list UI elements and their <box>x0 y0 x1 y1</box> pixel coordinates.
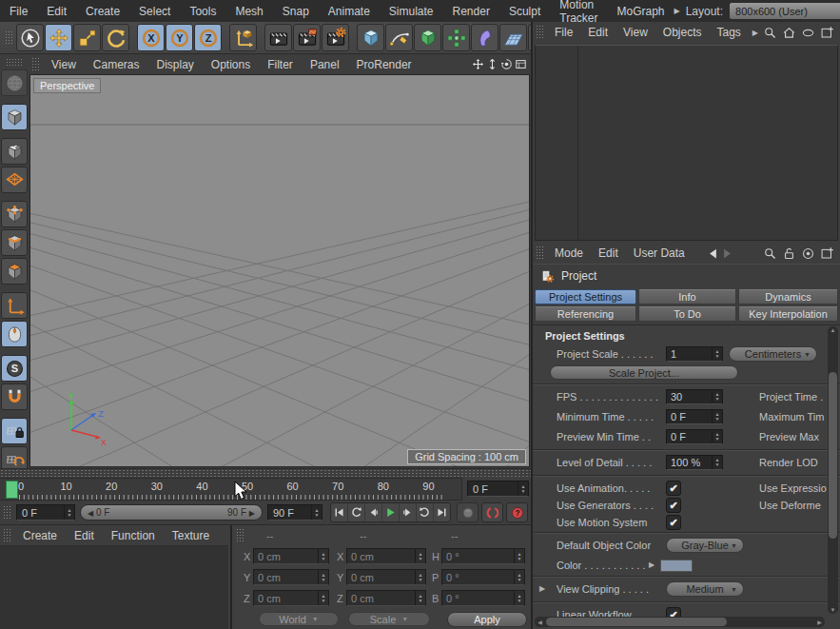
tab-dynamics[interactable]: Dynamics <box>738 289 838 305</box>
viewport-menu-display[interactable]: Display <box>147 58 202 71</box>
am-menu-mode[interactable]: Mode <box>547 246 591 260</box>
om-add-panel-icon[interactable] <box>820 26 834 40</box>
viewport-menu-prorender[interactable]: ProRender <box>348 58 420 71</box>
play-forwards-button[interactable] <box>382 503 400 521</box>
object-manager-drag-handle[interactable] <box>536 25 544 40</box>
stepper-icon[interactable]: ▲▼ <box>415 570 425 584</box>
points-mode-button[interactable] <box>1 201 28 227</box>
menu-sculpt[interactable]: Sculpt <box>499 5 550 18</box>
stepper-icon[interactable]: ▲▼ <box>318 549 328 563</box>
viewport-solo-button[interactable]: S <box>1 355 28 382</box>
fps-field[interactable]: 30▲▼ <box>666 389 723 404</box>
record-sphere-button[interactable] <box>457 502 479 522</box>
object-list[interactable] <box>535 45 838 241</box>
scale-project-button[interactable]: Scale Project... <box>550 365 738 380</box>
coordinate-system-toggle[interactable] <box>229 24 257 51</box>
am-back-icon[interactable] <box>706 246 720 261</box>
texture-mode-button[interactable] <box>1 138 28 165</box>
render-picture-viewer-button[interactable] <box>293 24 321 51</box>
menu-snap[interactable]: Snap <box>273 5 319 18</box>
rot-h-field[interactable]: 0 °▲▼ <box>441 548 525 564</box>
timeline-ruler[interactable]: 0102030405060708090 <box>0 478 462 501</box>
am-search-icon[interactable] <box>763 246 777 261</box>
tab-to-do[interactable]: To Do <box>638 306 736 322</box>
scale-tool[interactable] <box>73 24 101 51</box>
range-left-icon[interactable]: ◀ <box>88 509 93 518</box>
om-menu-tags[interactable]: Tags <box>710 26 749 39</box>
stepper-icon[interactable]: ▲▼ <box>64 505 74 520</box>
pos-z-field[interactable]: 0 cm▲▼ <box>253 590 329 606</box>
menu-tools[interactable]: Tools <box>180 5 225 18</box>
level-of-detail-field[interactable]: 100 %▲▼ <box>666 455 723 470</box>
stepper-icon[interactable]: ▲▼ <box>415 591 425 605</box>
om-home-icon[interactable] <box>782 26 796 40</box>
am-add-panel-icon[interactable] <box>820 246 834 261</box>
om-search-icon[interactable] <box>763 26 777 40</box>
am-menu-user-data[interactable]: User Data <box>626 246 693 260</box>
stepper-icon[interactable]: ▲▼ <box>311 505 322 520</box>
workplane-lock-button[interactable] <box>1 418 28 444</box>
stepper-icon[interactable]: ▲▼ <box>712 430 722 443</box>
stepper-icon[interactable]: ▲▼ <box>318 591 328 605</box>
apply-button[interactable]: Apply <box>447 612 527 627</box>
menu-animate[interactable]: Animate <box>319 5 380 18</box>
viewport-menu-options[interactable]: Options <box>203 58 259 71</box>
lock-z-axis[interactable]: Z <box>194 24 222 51</box>
pos-y-field[interactable]: 0 cm▲▼ <box>253 569 329 585</box>
coordinates-drag-handle[interactable] <box>236 528 244 543</box>
view-label[interactable]: Perspective <box>33 78 101 93</box>
material-list[interactable] <box>0 546 228 629</box>
workplane-mode-button[interactable] <box>1 167 28 193</box>
current-frame-field[interactable]: 0 F▲▼ <box>16 504 75 521</box>
om-menu-view[interactable]: View <box>615 26 655 39</box>
make-editable-button[interactable] <box>1 69 28 96</box>
stepper-icon[interactable]: ▲▼ <box>712 347 722 361</box>
preview-range-slider[interactable]: ◀ 0 F 90 F ▶ <box>80 504 263 521</box>
snap-toggle-button[interactable] <box>1 383 28 410</box>
menu-edit[interactable]: Edit <box>37 5 76 18</box>
viewport-canvas[interactable]: Perspective YZX Grid Spacing : 100 cm <box>29 74 530 467</box>
model-mode-button[interactable] <box>1 104 28 130</box>
size-y-field[interactable]: 0 cm▲▼ <box>346 569 426 585</box>
viewport-menu-filter[interactable]: Filter <box>259 58 302 71</box>
color-swatch[interactable] <box>660 560 693 572</box>
menu-motion-tracker[interactable]: Motion Tracker <box>550 0 607 25</box>
stepper-icon[interactable]: ▲▼ <box>518 482 528 496</box>
preview-min-time-field[interactable]: 0 F▲▼ <box>666 429 723 444</box>
use-motion-system-checkbox[interactable]: ✔ <box>666 515 681 530</box>
timeline-splitter[interactable] <box>0 468 531 478</box>
ruler-frame-field[interactable]: 0 F▲▼ <box>467 481 529 497</box>
stepper-icon[interactable]: ▲▼ <box>712 456 722 469</box>
tab-referencing[interactable]: Referencing <box>535 306 636 322</box>
autokey-button[interactable] <box>481 502 503 522</box>
goto-end-button[interactable] <box>434 503 450 521</box>
edges-mode-button[interactable] <box>1 229 28 256</box>
add-environment-button[interactable] <box>499 24 527 51</box>
coord-mode-dropdown[interactable]: World <box>259 612 339 626</box>
size-z-field[interactable]: 0 cm▲▼ <box>346 590 426 606</box>
am-target-icon[interactable] <box>801 246 815 261</box>
hscroll-thumb[interactable] <box>546 618 727 626</box>
toolbar-drag-handle[interactable] <box>5 30 13 46</box>
move-tool[interactable] <box>45 24 72 51</box>
layout-dropdown[interactable]: 800x600 (User) <box>729 2 840 20</box>
material-drag-handle[interactable] <box>3 528 11 543</box>
pan-arrows-icon[interactable] <box>472 58 484 70</box>
view-clipping-dropdown[interactable]: Medium <box>666 581 744 597</box>
am-vertical-scrollbar[interactable]: ▲▼ <box>828 326 838 614</box>
add-cube-button[interactable] <box>357 24 384 51</box>
help-red-button[interactable]: ? <box>506 502 528 522</box>
step-back-button[interactable] <box>365 503 382 521</box>
mat-menu-texture[interactable]: Texture <box>164 529 218 542</box>
am-forward-icon[interactable] <box>720 246 734 261</box>
color-expander-icon[interactable]: ▶ <box>649 560 654 569</box>
stepper-icon[interactable]: ▲▼ <box>318 570 328 584</box>
om-menu-edit[interactable]: Edit <box>580 26 615 39</box>
stepper-icon[interactable]: ▲▼ <box>514 549 524 563</box>
om-menu-file[interactable]: File <box>547 26 580 39</box>
mat-menu-edit[interactable]: Edit <box>66 529 103 542</box>
add-spline-button[interactable] <box>385 24 413 51</box>
coord-scale-dropdown[interactable]: Scale <box>348 612 430 626</box>
project-scale-unit-dropdown[interactable]: Centimeters <box>729 346 817 362</box>
vscroll-thumb[interactable] <box>829 372 837 539</box>
